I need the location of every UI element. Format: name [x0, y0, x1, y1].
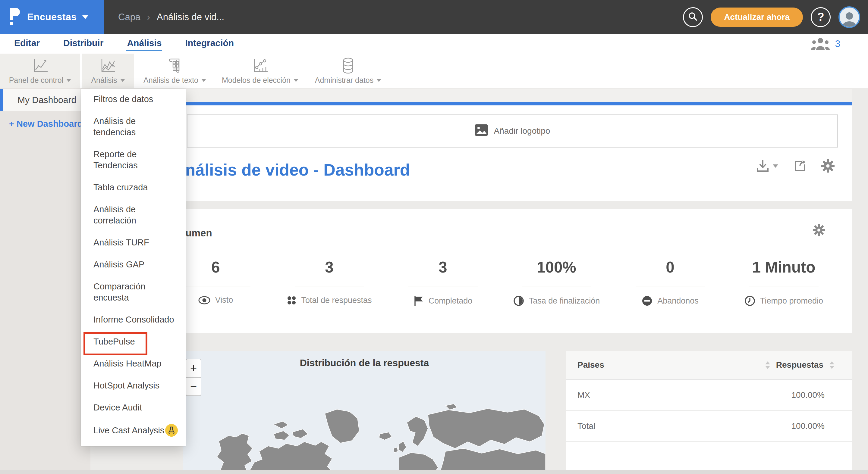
menu-item-hotspot-analysis[interactable]: HotSpot Analysis: [93, 380, 178, 391]
metric-label: Total de respuestas: [301, 296, 372, 305]
dashboard-sidebar: My Dashboard + New Dashboard: [0, 88, 90, 474]
menu-item-analisis-de-correlacion[interactable]: Análisis de correlación: [93, 204, 178, 226]
menu-item-analisis-de-tendencias[interactable]: Análisis de tendencias: [93, 116, 178, 138]
nav-tab-analisis[interactable]: Análisis: [126, 37, 162, 51]
toolbar-item-analisis-de-texto[interactable]: Análisis de texto: [134, 54, 216, 88]
search-button[interactable]: [683, 7, 703, 27]
metric-label: Tasa de finalización: [529, 296, 600, 306]
toolbar-label: Administrar datos: [315, 76, 374, 84]
menu-item-label: Live Cast Analysis: [93, 425, 164, 436]
eye-icon: [198, 296, 210, 304]
breadcrumb-separator: ›: [147, 12, 150, 22]
half-circle-icon: [513, 296, 524, 306]
analysis-dropdown-menu: Filtros de datos Análisis de tendencias …: [81, 89, 186, 446]
metric-label: Tiempo promedio: [760, 296, 823, 306]
menu-item-device-audit[interactable]: Device Audit: [93, 402, 178, 413]
column-header-paises[interactable]: Países: [578, 360, 604, 370]
breadcrumb-parent[interactable]: Capa: [118, 12, 141, 23]
settings-button[interactable]: [821, 159, 835, 173]
choice-model-icon: [252, 57, 268, 74]
country-cell: MX: [578, 390, 590, 400]
column-header-respuestas[interactable]: Respuestas: [776, 360, 824, 370]
survey-nav: Editar Distribuir Análisis Integración 3: [0, 34, 868, 54]
active-tab-indicator: [90, 102, 852, 105]
toolbar-item-analisis[interactable]: Análisis: [82, 54, 134, 88]
questionpro-logo: [8, 7, 22, 27]
sort-icon[interactable]: [765, 361, 770, 369]
dashboard-title: Análisis de video - Dashboard: [173, 160, 410, 179]
chevron-down-icon: [773, 164, 778, 168]
menu-item-analisis-turf[interactable]: Análisis TURF: [93, 237, 178, 248]
metric-completado: 3 Completado: [386, 254, 500, 306]
dots-icon: [287, 296, 296, 305]
nav-tab-integracion[interactable]: Integración: [184, 37, 235, 51]
metric-value: 6: [211, 254, 220, 280]
analysis-chart-icon: [100, 57, 116, 74]
circle-minus-icon: [642, 296, 652, 306]
download-button[interactable]: [756, 159, 778, 173]
menu-item-tabla-cruzada[interactable]: Tabla cruzada: [93, 182, 178, 193]
map-zoom-out-button[interactable]: −: [186, 377, 201, 396]
metric-tasa-finalizacion: 100% Tasa de finalización: [500, 254, 613, 306]
toolbar-label: Análisis de texto: [144, 76, 198, 84]
menu-item-filtros-de-datos[interactable]: Filtros de datos: [93, 94, 178, 105]
update-now-button[interactable]: Actualizar ahora: [711, 7, 803, 27]
countries-table-card: Países Respuestas MX 100.00% Total 100.0…: [566, 351, 852, 474]
dashboard-tabstrip: [90, 89, 852, 102]
avatar[interactable]: [838, 6, 860, 28]
share-icon: [793, 159, 807, 173]
product-switcher[interactable]: Encuestas: [0, 0, 104, 34]
flag-icon: [413, 296, 424, 306]
nav-tab-distribuir[interactable]: Distribuir: [63, 37, 104, 51]
breadcrumb: Capa › Análisis de vid...: [118, 0, 224, 34]
horizontal-scrollbar[interactable]: [0, 470, 868, 474]
chevron-down-icon: [201, 79, 206, 82]
responses-cell: 100.00%: [791, 421, 825, 431]
toolbar-label: Panel de control: [9, 76, 64, 84]
new-dashboard-button[interactable]: + New Dashboard: [9, 119, 83, 129]
menu-item-live-cast-analysis[interactable]: Live Cast Analysis: [93, 424, 178, 437]
toolbar-item-panel-de-control[interactable]: Panel de control: [0, 54, 80, 88]
map-title: Distribución de la respuesta: [183, 358, 546, 369]
menu-item-comparacion-encuesta[interactable]: Comparación encuesta: [93, 281, 178, 303]
menu-item-analisis-gap[interactable]: Análisis GAP: [93, 259, 178, 270]
gear-icon: [812, 224, 825, 236]
flask-icon: [168, 427, 175, 434]
menu-item-analisis-heatmap[interactable]: Análisis HeatMap: [93, 358, 178, 369]
table-row: Total 100.00%: [566, 411, 852, 442]
table-header-row: Países Respuestas: [566, 351, 852, 380]
metric-total-respuestas: 3 Total de respuestas: [273, 254, 386, 306]
toolbar-item-administrar-datos[interactable]: Administrar datos: [307, 54, 389, 88]
metric-value: 100%: [537, 254, 576, 280]
responses-cell: 100.00%: [791, 390, 825, 400]
map-zoom-in-button[interactable]: +: [186, 359, 201, 377]
add-logo-dropzone[interactable]: Añadir logotipo: [187, 114, 838, 147]
collaborators-button[interactable]: 3: [811, 34, 840, 54]
beta-flask-badge: [165, 424, 178, 437]
response-map-card: Distribución de la respuesta + −: [183, 351, 546, 474]
help-button[interactable]: ?: [811, 7, 831, 27]
menu-item-reporte-de-tendencias[interactable]: Reporte de Tendencias: [93, 149, 178, 171]
summary-settings-button[interactable]: [812, 224, 825, 238]
share-button[interactable]: [793, 159, 807, 173]
sidebar-item-my-dashboard[interactable]: My Dashboard: [0, 89, 90, 111]
sort-icon[interactable]: [830, 361, 834, 369]
toolbar-label: Modelos de elección: [222, 76, 290, 84]
chevron-down-icon: [120, 79, 125, 82]
image-icon: [475, 124, 488, 138]
add-logo-label: Añadir logotipo: [494, 126, 550, 136]
world-map: [183, 403, 546, 474]
breadcrumb-current: Análisis de vid...: [157, 12, 224, 23]
topbar: Encuestas Capa › Análisis de vid... Actu…: [0, 0, 868, 34]
nav-tab-editar[interactable]: Editar: [13, 37, 40, 51]
tubepulse-highlight-box: [84, 332, 147, 356]
text-report-icon: [168, 57, 181, 74]
collaborators-count: 3: [835, 39, 840, 49]
person-silhouette-icon: [841, 10, 858, 27]
toolbar-item-modelos-de-eleccion[interactable]: Modelos de elección: [219, 54, 301, 88]
gear-icon: [821, 159, 835, 173]
metric-label: Visto: [215, 296, 233, 305]
menu-item-informe-consolidado[interactable]: Informe Consolidado: [93, 314, 178, 325]
metric-label: Completado: [429, 296, 472, 306]
dashboard-header-card: Añadir logotipo Análisis de video - Dash…: [90, 105, 852, 201]
